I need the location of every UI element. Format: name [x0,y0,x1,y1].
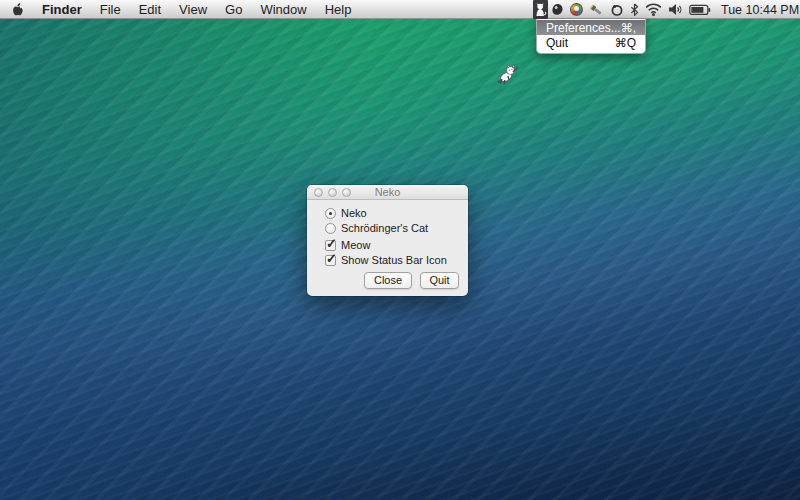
apple-menu[interactable] [0,0,33,18]
menubar-item-finder[interactable]: Finder [33,0,91,18]
menu-bar: Finder File Edit View Go Window Help [0,0,800,19]
menubar-item-window-label: Window [260,2,306,17]
neko-window: Neko Neko Schrödinger's Cat Meow Show St… [307,185,468,296]
wifi-status[interactable] [645,0,662,19]
menubar-item-finder-label: Finder [42,2,82,17]
checkbox-meow[interactable] [325,240,336,251]
radio-schrodingers-cat[interactable] [325,223,336,234]
menubar-item-edit[interactable]: Edit [130,0,170,18]
neko-status-menu-button[interactable] [533,0,548,19]
zoom-window-button[interactable] [342,188,351,197]
checkbox-meow-label: Meow [341,239,370,251]
compass-icon [610,3,624,17]
menubar-item-help-label: Help [325,2,352,17]
radio-row-schrodingers-cat[interactable]: Schrödinger's Cat [325,222,428,234]
menu-item-preferences-shortcut: ⌘, [621,21,636,35]
radio-row-neko[interactable]: Neko [325,207,367,219]
volume-icon [668,3,683,16]
torch-icon [589,3,604,17]
checkbox-row-meow[interactable]: Meow [325,239,370,251]
menubar-item-edit-label: Edit [139,2,161,17]
quit-button[interactable]: Quit [420,272,459,289]
globe-icon [570,3,583,16]
dark-shell-icon[interactable] [551,0,564,19]
menu-item-quit-label: Quit [546,36,615,50]
traffic-lights [314,188,351,197]
window-titlebar[interactable]: Neko [307,185,468,200]
close-window-button[interactable] [314,188,323,197]
close-button[interactable]: Close [364,272,412,289]
menu-item-quit[interactable]: Quit ⌘Q [537,35,645,50]
menubar-item-go-label: Go [225,2,242,17]
bluetooth-status[interactable] [630,0,639,19]
menubar-item-window[interactable]: Window [251,0,315,18]
status-bar: Tue 10:44 PM [533,0,800,19]
menu-item-preferences-label: Preferences... [546,21,621,35]
neko-status-menu: Preferences... ⌘, Quit ⌘Q [536,19,646,54]
menubar-left: Finder File Edit View Go Window Help [0,0,360,18]
shell-icon [551,3,564,16]
menubar-item-go[interactable]: Go [216,0,251,18]
checkbox-show-status-bar-icon[interactable] [325,255,336,266]
bluetooth-icon [630,3,639,17]
menu-item-preferences[interactable]: Preferences... ⌘, [537,20,645,35]
battery-status[interactable] [689,0,711,19]
menubar-item-file[interactable]: File [91,0,130,18]
neko-cat-icon [533,3,548,17]
radio-schrodingers-cat-label: Schrödinger's Cat [341,222,428,234]
menu-item-quit-shortcut: ⌘Q [615,36,636,50]
menubar-item-file-label: File [100,2,121,17]
checkbox-row-show-status-bar-icon[interactable]: Show Status Bar Icon [325,254,447,266]
menubar-clock[interactable]: Tue 10:44 PM [721,3,799,17]
menubar-item-view[interactable]: View [170,0,216,18]
menubar-item-view-label: View [179,2,207,17]
radio-neko-label: Neko [341,207,367,219]
flashlight-icon[interactable] [589,0,604,19]
minimize-window-button[interactable] [328,188,337,197]
window-title: Neko [375,186,401,198]
menubar-item-help[interactable]: Help [316,0,361,18]
volume-status[interactable] [668,0,683,19]
compass-ring-icon[interactable] [610,0,624,19]
battery-icon [689,4,711,16]
neko-cat-sprite [494,62,521,89]
wifi-icon [645,3,662,16]
radio-neko[interactable] [325,208,336,219]
color-globe-icon[interactable] [570,0,583,19]
checkbox-show-status-bar-icon-label: Show Status Bar Icon [341,254,447,266]
apple-logo-icon [12,2,24,16]
